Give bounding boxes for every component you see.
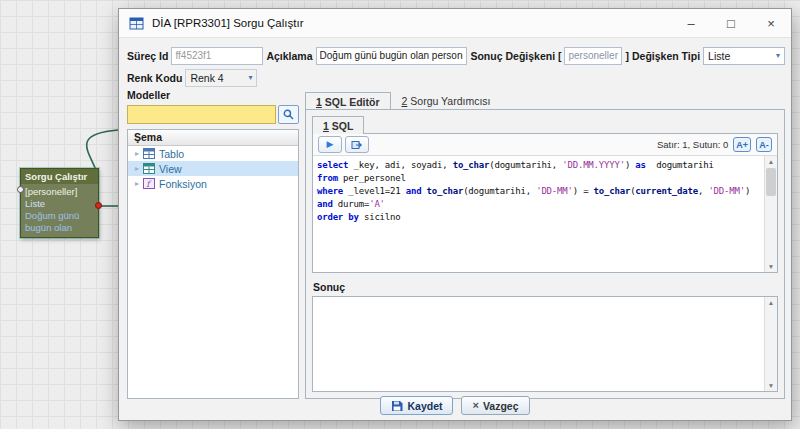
form-row-2: Renk Kodu Renk 4 ▾ [127, 68, 785, 87]
tab-sorgu-yardimcisi[interactable]: 2Sorgu Yardımcısı [391, 91, 502, 109]
save-icon [391, 400, 403, 412]
tree-item-tablo[interactable]: ▸Tablo [128, 146, 298, 161]
expand-arrow-icon[interactable]: ▸ [132, 149, 142, 158]
tab-1-sql-num: 1 [323, 120, 329, 132]
node-error-port[interactable] [95, 202, 102, 209]
search-icon [283, 109, 294, 120]
tab-label: Sorgu Yardımcısı [410, 95, 490, 107]
sql-inner-tabs: 1SQL [312, 115, 778, 133]
tab-label: SQL Editör [325, 96, 380, 108]
degisken-tipi-select[interactable]: Liste ▾ [703, 47, 785, 65]
schema-tree: ▸Tablo▸View▸fFonksiyon [128, 146, 298, 191]
schema-header: Şema [128, 130, 298, 146]
tab-sql-editor[interactable]: 1SQL Editör [305, 92, 391, 110]
model-search-row [127, 105, 299, 124]
minimize-button[interactable]: – [671, 9, 711, 37]
scroll-up-icon[interactable]: ▲ [765, 156, 777, 167]
node-body: [personeller]ListeDoğum günübugün olan [21, 184, 98, 237]
tree-item-label: Fonksiyon [159, 178, 207, 190]
close-button[interactable]: × [751, 9, 791, 37]
font-increase-button[interactable]: A+ [733, 137, 751, 152]
tab-1-sql-label: SQL [332, 120, 354, 132]
node-line: [personeller] [21, 186, 98, 198]
renk-kodu-value: Renk 4 [190, 72, 223, 84]
model-search-input[interactable] [127, 105, 276, 124]
cancel-button[interactable]: × Vazgeç [461, 396, 529, 415]
export-button[interactable] [345, 136, 369, 153]
flow-canvas: Sorgu Çalıştır [personeller]ListeDoğum g… [0, 0, 800, 429]
tab-1-sql[interactable]: 1SQL [312, 116, 364, 134]
models-panel: Modeller Şema ▸Tablo▸View▸fFonksiyon [127, 89, 299, 399]
font-decrease-button[interactable]: A- [756, 137, 772, 152]
play-icon: ▶ [327, 140, 334, 149]
result-label: Sonuç [313, 281, 778, 293]
form-row-1: Süreç Id Açıklama Sonuç Değişkeni [ ] De… [127, 46, 785, 65]
models-title: Modeller [127, 89, 299, 102]
renk-kodu-select[interactable]: Renk 4 ▾ [185, 69, 257, 87]
sql-editor-page: 1SQL ▶ [305, 109, 785, 399]
maximize-button[interactable]: □ [711, 9, 751, 37]
expand-arrow-icon[interactable]: ▸ [132, 179, 142, 188]
dialog-title: DİA [RPR3301] Sorgu Çalıştır [152, 17, 671, 29]
schema-tree-box: Şema ▸Tablo▸View▸fFonksiyon [127, 129, 299, 399]
aciklama-input[interactable] [316, 47, 468, 65]
view-icon [143, 163, 156, 174]
tree-item-label: Tablo [159, 148, 184, 160]
app-icon [129, 16, 144, 31]
sonuc-degiskeni-input[interactable] [564, 47, 622, 65]
bracket-close-label: ] [625, 50, 629, 62]
tab-accesskey: 1 [316, 96, 322, 108]
sql-toolbar: ▶ Satır: 1, Sutun: 0 A+ A- [313, 134, 777, 156]
cursor-position-status: Satır: 1, Sutun: 0 [657, 139, 728, 150]
node-line: Doğum günü [21, 210, 98, 222]
sql-code-wrap: select _key, adi, soyadi, to_char(dogumt… [313, 156, 777, 272]
cancel-x-icon: × [472, 400, 478, 411]
editor-panel: 1SQL Editör2Sorgu Yardımcısı 1SQL ▶ [305, 89, 785, 399]
node-line: Liste [21, 198, 98, 210]
node-line: bugün olan [21, 222, 98, 234]
surec-id-input[interactable] [171, 47, 263, 65]
editor-tabs: 1SQL Editör2Sorgu Yardımcısı [305, 89, 785, 109]
surec-id-label: Süreç Id [127, 50, 168, 62]
export-icon [351, 139, 363, 151]
dialog-titlebar[interactable]: DİA [RPR3301] Sorgu Çalıştır – □ × [119, 9, 791, 38]
tree-item-view[interactable]: ▸View [128, 161, 298, 176]
result-area[interactable]: ▲ ▼ [312, 296, 778, 392]
save-button-label: Kaydet [407, 400, 442, 412]
function-icon: f [143, 178, 156, 189]
search-button[interactable] [278, 105, 299, 124]
dialog-sorgu-calistir: DİA [RPR3301] Sorgu Çalıştır – □ × Süreç… [118, 8, 792, 421]
chevron-down-icon: ▾ [246, 73, 254, 82]
flow-node-sorgu-calistir[interactable]: Sorgu Çalıştır [personeller]ListeDoğum g… [20, 168, 99, 238]
scroll-down-icon[interactable]: ▼ [765, 261, 777, 272]
scroll-down-icon[interactable]: ▼ [765, 380, 777, 391]
chevron-down-icon: ▾ [774, 51, 782, 60]
tree-item-fonksiyon[interactable]: ▸fFonksiyon [128, 176, 298, 191]
scroll-up-icon[interactable]: ▲ [765, 297, 777, 308]
run-query-button[interactable]: ▶ [318, 136, 342, 153]
node-input-port[interactable] [17, 186, 24, 193]
table-icon [143, 148, 156, 159]
degisken-tipi-label: Değişken Tipi [632, 50, 700, 62]
sql-code[interactable]: select _key, adi, soyadi, to_char(dogumt… [313, 156, 764, 272]
dialog-footer: Kaydet × Vazgeç [119, 396, 791, 415]
tab-accesskey: 2 [402, 95, 408, 107]
renk-kodu-label: Renk Kodu [127, 72, 182, 84]
editor-scrollbar[interactable]: ▲ ▼ [764, 156, 777, 272]
result-scrollbar[interactable]: ▲ ▼ [764, 297, 777, 391]
node-title: Sorgu Çalıştır [21, 169, 98, 184]
cancel-button-label: Vazgeç [483, 400, 519, 412]
aciklama-label: Açıklama [266, 50, 312, 62]
sql-editor-box: ▶ Satır: 1, Sutun: 0 A+ A- [312, 133, 778, 273]
tree-item-label: View [159, 163, 182, 175]
save-button[interactable]: Kaydet [380, 396, 453, 415]
sonuc-degiskeni-label: Sonuç Değişkeni [ [470, 50, 561, 62]
scrollbar-thumb[interactable] [766, 168, 776, 196]
degisken-tipi-value: Liste [708, 50, 730, 62]
expand-arrow-icon[interactable]: ▸ [132, 164, 142, 173]
